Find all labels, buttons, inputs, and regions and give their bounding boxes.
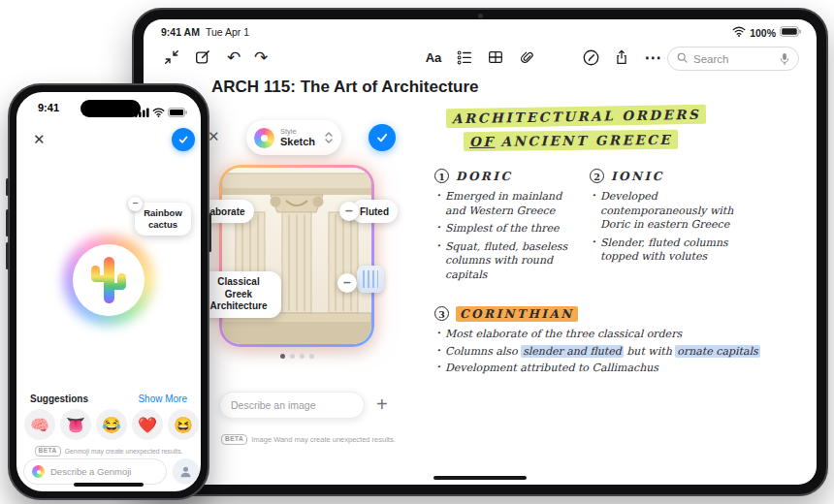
disclaimer-text: Image Wand may create unexpected results… <box>251 435 396 444</box>
corinthian-bullet: Development attributed to Callimachus <box>434 362 769 376</box>
handwritten-heading-2: OFANCIENT GREECE <box>464 130 678 151</box>
power-button <box>208 213 211 252</box>
doric-bullet: Emerged in mainland and Western Greece <box>434 190 583 218</box>
emoji-suggestion-tongue[interactable]: 👅 <box>60 409 91 440</box>
remove-tag-button[interactable]: – <box>339 202 359 221</box>
genmoji-accept-button[interactable] <box>172 128 195 151</box>
add-prompt-button[interactable]: + <box>376 394 388 416</box>
wifi-icon <box>732 26 746 39</box>
show-more-link[interactable]: Show More <box>138 394 187 404</box>
doric-title: DORIC <box>456 170 513 183</box>
ionic-number: 2 <box>590 169 604 183</box>
ipad-camera <box>478 14 483 18</box>
image-wand-disclaimer: BETA Image Wand may create unexpected re… <box>221 434 396 445</box>
chevron-up-down-icon <box>324 130 334 145</box>
style-value: Sketch <box>280 136 315 147</box>
beta-badge: BETA <box>35 446 61 457</box>
volume-up-button <box>6 209 9 236</box>
style-swirl-icon <box>254 128 274 148</box>
ipad-status-date: Tue Apr 1 <box>206 26 249 38</box>
style-label: Style <box>280 128 315 136</box>
pagination-dots[interactable] <box>219 354 374 359</box>
battery-icon <box>780 26 801 39</box>
describe-genmoji-input[interactable] <box>50 466 158 477</box>
emoji-suggestion-heart[interactable]: ❤️ <box>132 409 163 440</box>
genmoji-preview <box>58 230 159 331</box>
emoji-suggestions-row: 🧠 👅 😂 ❤️ 😆 <box>24 409 199 440</box>
heading-rest: ANCIENT GREECE <box>500 132 672 149</box>
rainbow-cactus-emoji <box>87 253 130 307</box>
ionic-bullet: Developed contemporaneously with Doric i… <box>590 190 756 233</box>
battery-icon <box>168 104 187 121</box>
iphone-screen: 9:41 ✕ Rainbow cactus – <box>16 92 201 491</box>
person-icon <box>178 464 193 479</box>
bullet-text: Columns also <box>445 345 521 358</box>
page-dot[interactable] <box>309 354 314 359</box>
emoji-suggestion-grin[interactable]: 😆 <box>168 409 199 440</box>
share-icon[interactable] <box>611 47 632 68</box>
action-button <box>6 178 9 196</box>
emoji-suggestion-laughing[interactable]: 😂 <box>96 409 127 440</box>
bullet-text: but with <box>624 345 675 358</box>
generated-image-card[interactable] <box>219 165 374 347</box>
signal-icon <box>135 104 149 121</box>
battery-percent: 100% <box>750 27 776 39</box>
volume-down-button <box>6 242 9 269</box>
remove-prompt-button[interactable]: – <box>128 197 143 211</box>
emoji-suggestion-brain[interactable]: 🧠 <box>24 409 55 440</box>
disclaimer-text: Genmoji may create unexpected results. <box>65 448 183 455</box>
doric-heading: 1DORIC <box>434 169 583 183</box>
accept-image-button[interactable] <box>369 124 396 151</box>
note-title: ARCH 115: The Art of Architecture <box>211 78 479 97</box>
notes-toolbar: ↶ ↷ Aa ⋯ Search <box>144 43 817 74</box>
corinthian-heading: 3CORINTHIAN <box>434 306 769 321</box>
style-thumbnail[interactable] <box>357 266 384 293</box>
describe-image-field[interactable] <box>219 392 365 419</box>
ipad-home-indicator[interactable] <box>433 476 527 480</box>
text-format-button[interactable]: Aa <box>423 47 444 68</box>
corinthian-number: 3 <box>434 306 449 321</box>
highlighted-text: slender and fluted <box>521 345 624 358</box>
more-button[interactable]: ⋯ <box>642 47 663 68</box>
hero-canvas: 9:41 AMTue Apr 1 100% ↶ ↷ Aa ⋯ <box>0 0 834 504</box>
page-dot[interactable] <box>280 354 285 359</box>
compose-icon[interactable] <box>192 47 213 68</box>
checkmark-icon <box>375 131 389 144</box>
page-dot[interactable] <box>300 354 305 359</box>
mic-icon[interactable] <box>779 51 790 67</box>
corinthian-title: CORINTHIAN <box>456 306 578 322</box>
checkmark-icon <box>177 134 189 145</box>
table-icon[interactable] <box>485 47 506 68</box>
generated-column-image <box>222 168 371 344</box>
handwritten-heading-1: ARCHITECTURAL ORDERS <box>446 105 707 129</box>
genmoji-close-button[interactable]: ✕ <box>33 131 46 148</box>
search-icon <box>676 51 689 66</box>
remove-tag-button[interactable]: – <box>337 273 357 293</box>
markup-pencil-icon[interactable] <box>580 47 601 68</box>
corinthian-section: 3CORINTHIAN Most elaborate of the three … <box>434 306 769 379</box>
ipad-status-right: 100% <box>732 26 801 39</box>
ionic-bullet: Slender, fluted columns topped with volu… <box>590 236 756 265</box>
doric-bullet: Simplest of the three <box>434 222 583 236</box>
genmoji-disclaimer: BETA Genmoji may create unexpected resul… <box>16 446 201 457</box>
people-button[interactable] <box>173 458 199 485</box>
search-placeholder: Search <box>693 53 728 65</box>
doric-bullet: Squat, fluted, baseless columns with rou… <box>434 240 583 283</box>
undo-icon[interactable]: ↶ <box>223 47 244 68</box>
redo-icon[interactable]: ↷ <box>250 47 272 68</box>
describe-image-input[interactable] <box>231 399 353 411</box>
attachment-icon[interactable] <box>516 47 537 68</box>
dynamic-island <box>80 100 141 117</box>
ionic-heading: 2IONIC <box>590 169 756 183</box>
page-dot[interactable] <box>290 354 295 359</box>
doric-number: 1 <box>434 169 449 183</box>
iphone-home-indicator[interactable] <box>74 483 144 487</box>
checklist-icon[interactable] <box>454 47 475 68</box>
ipad-device: 9:41 AMTue Apr 1 100% ↶ ↷ Aa ⋯ <box>132 8 828 496</box>
doric-section: 1DORIC Emerged in mainland and Western G… <box>434 169 583 286</box>
style-selector[interactable]: Style Sketch <box>246 120 341 155</box>
describe-genmoji-field[interactable] <box>23 458 167 485</box>
search-field[interactable]: Search <box>667 47 799 71</box>
ionic-section: 2IONIC Developed contemporaneously with … <box>590 169 756 268</box>
collapse-icon[interactable] <box>161 47 182 68</box>
